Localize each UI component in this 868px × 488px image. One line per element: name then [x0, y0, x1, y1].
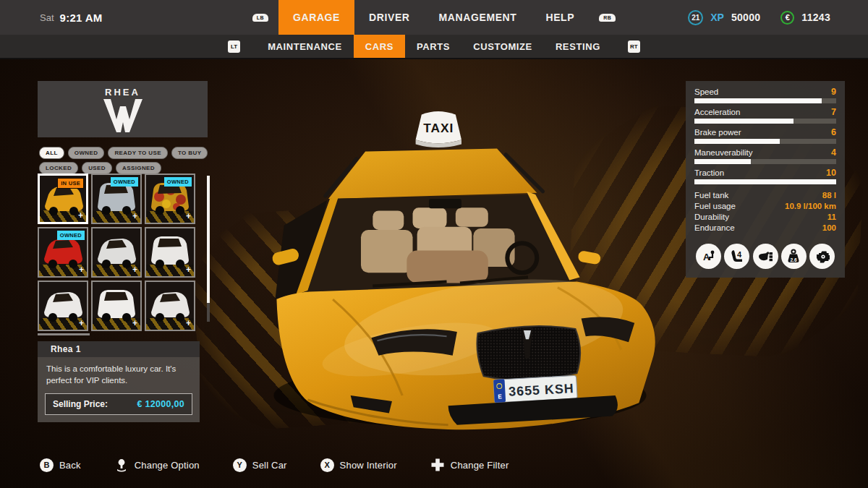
main-tab-help[interactable]: HELP [531, 0, 589, 35]
stat-label: Traction [694, 168, 724, 177]
filter-to-buy[interactable]: TO BUY [171, 147, 208, 159]
selling-price-box: Selling Price: € 12000,00 [45, 393, 192, 415]
car-thumbnail[interactable]: OWNED+ [145, 174, 195, 224]
stat-bar-fill [694, 139, 780, 144]
brand-name: RHEA [105, 87, 140, 98]
stat-label: Maneuverability [694, 148, 753, 157]
car-thumbnail[interactable]: + [91, 227, 142, 278]
wallet: 21 XP 50000 € 11243 [688, 0, 830, 35]
stat-value: 6 [831, 127, 836, 137]
svg-text:2.6: 2.6 [791, 257, 797, 262]
rt-button-icon: RT [628, 40, 640, 53]
weight-icon: 2.6 [781, 244, 807, 269]
spec-label: Endurance [694, 223, 735, 234]
spec-value: 11 [827, 212, 836, 223]
filter-used[interactable]: USED [82, 162, 112, 174]
spec-durability: Durability11 [694, 212, 836, 223]
main-tab-management[interactable]: MANAGEMENT [425, 0, 532, 35]
customize-plus-icon: + [78, 210, 83, 221]
stat-bar-track [694, 159, 836, 164]
sub-tab-customize[interactable]: CUSTOMIZE [461, 35, 544, 58]
spec-fuel-tank: Fuel tank88 l [694, 190, 836, 201]
xp-label: XP [710, 12, 724, 23]
stat-value: 9 [831, 87, 836, 97]
filter-locked[interactable]: LOCKED [39, 162, 78, 174]
thumbnail-badge: OWNED [111, 177, 138, 187]
stat-bar-track [694, 179, 836, 184]
spec-value: 10.9 l/100 km [785, 201, 836, 212]
stat-bar-fill [694, 179, 836, 184]
thumbnail-badge: OWNED [164, 177, 192, 187]
stat-speed: Speed9 [694, 87, 836, 103]
brand-logo-icon [98, 98, 148, 134]
stat-bar-fill [694, 98, 822, 103]
car-thumbnail[interactable]: + [145, 281, 195, 331]
stat-traction: Traction10 [694, 168, 836, 184]
hint-change-option[interactable]: Change Option [114, 458, 200, 472]
hint-label: Back [59, 460, 81, 471]
main-tab-garage[interactable]: GARAGE [278, 0, 354, 35]
car-thumbnail[interactable]: OWNED+ [91, 174, 142, 224]
spec-label: Fuel tank [694, 190, 728, 201]
stat-label: Brake power [694, 128, 741, 137]
customize-plus-icon: + [186, 318, 191, 328]
main-tab-driver[interactable]: DRIVER [354, 0, 425, 35]
filter-all[interactable]: ALL [39, 147, 64, 159]
transmission-icon: A [696, 244, 721, 269]
hint-back[interactable]: BBack [40, 458, 81, 472]
control-hints-bar: BBackChange OptionYSell CarXShow Interio… [40, 458, 509, 472]
sub-nav: LT MAINTENANCECARSPARTSCUSTOMIZERESTING … [0, 35, 868, 59]
hint-change-filter[interactable]: Change Filter [430, 458, 509, 472]
vehicle-preview: TAXI [262, 95, 661, 434]
stat-value: 10 [826, 168, 836, 178]
sub-tab-parts[interactable]: PARTS [405, 35, 461, 58]
filter-owned[interactable]: OWNED [68, 147, 105, 159]
car-description: This is a comfortable luxury car. It's p… [38, 357, 200, 392]
customize-plus-icon: + [132, 318, 137, 328]
customize-plus-icon: + [79, 265, 84, 275]
car-thumbnail[interactable]: + [38, 281, 88, 331]
sub-tab-maintenance[interactable]: MAINTENANCE [256, 35, 354, 58]
left-stick-icon [114, 458, 129, 472]
svg-text:E: E [498, 393, 502, 400]
grid-scrollbar[interactable] [207, 176, 210, 322]
spec-label: Fuel usage [694, 201, 736, 212]
stat-maneuverability: Maneuverability4 [694, 147, 836, 164]
customize-plus-icon: + [132, 211, 137, 221]
dpad-icon [430, 458, 445, 472]
car-thumbnail[interactable]: + [145, 227, 195, 278]
hint-label: Change Option [135, 460, 200, 471]
car-name: Rhea 1 [38, 341, 200, 357]
taxi-sign: TAXI [416, 111, 461, 147]
top-status-bar: Sat 9:21 AM LB GARAGEDRIVERMANAGEMENTHEL… [0, 0, 868, 35]
stat-label: Speed [694, 87, 718, 96]
stat-value: 4 [831, 147, 836, 158]
vehicle-stats-panel: Speed9Acceleration7Brake power6Maneuvera… [686, 81, 845, 278]
y-button: Y [233, 458, 247, 472]
hint-label: Sell Car [252, 460, 287, 471]
hint-show-interior[interactable]: XShow Interior [320, 458, 397, 472]
spec-value: 88 l [822, 190, 836, 201]
sub-tab-resting[interactable]: RESTING [544, 35, 612, 58]
engine-icon [809, 244, 835, 269]
euro-icon: € [780, 11, 794, 25]
spec-value: 100 [822, 223, 836, 234]
hint-sell-car[interactable]: YSell Car [233, 458, 287, 472]
car-thumbnail[interactable]: IN USE+ [38, 174, 88, 224]
grid-scroll-indicator [38, 333, 90, 335]
thumbnail-badge: OWNED [57, 231, 85, 240]
thumbnail-badge: IN USE [57, 178, 84, 189]
selling-price-value: € 12000,00 [137, 399, 184, 409]
customize-plus-icon: + [186, 265, 191, 275]
b-button: B [40, 458, 54, 472]
filter-ready-to-use[interactable]: READY TO USE [108, 147, 168, 159]
svg-text:4: 4 [737, 250, 742, 259]
filter-bar: ALLOWNEDREADY TO USETO BUYLOCKEDUSEDASSI… [39, 147, 220, 174]
sub-tab-cars[interactable]: CARS [354, 35, 405, 58]
car-thumbnail[interactable]: OWNED+ [38, 227, 88, 278]
car-thumbnail[interactable]: + [91, 281, 142, 331]
filter-assigned[interactable]: ASSIGNED [116, 162, 161, 174]
money-value: 11243 [801, 12, 830, 23]
stat-acceleration: Acceleration7 [694, 107, 836, 124]
stat-bar-fill [694, 119, 793, 124]
